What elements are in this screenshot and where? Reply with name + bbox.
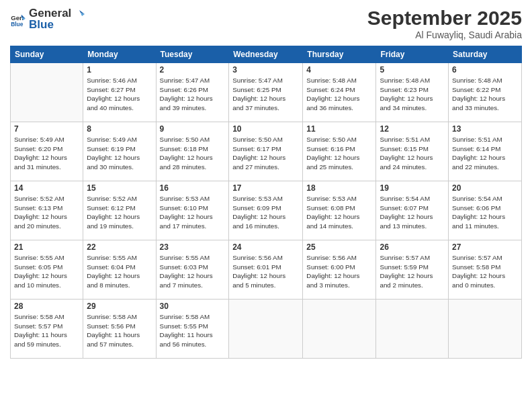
calendar-header-row: Sunday Monday Tuesday Wednesday Thursday… [11,46,522,63]
calendar-week-row-4: 21Sunrise: 5:55 AM Sunset: 6:05 PM Dayli… [11,240,522,300]
calendar-cell: 17Sunrise: 5:53 AM Sunset: 6:09 PM Dayli… [229,181,303,240]
day-number: 17 [232,183,299,193]
day-info: Sunrise: 5:54 AM Sunset: 6:07 PM Dayligh… [380,194,445,231]
day-number: 16 [160,183,226,193]
day-info: Sunrise: 5:48 AM Sunset: 6:23 PM Dayligh… [380,76,445,113]
header-thursday: Thursday [303,46,376,63]
day-number: 29 [87,302,152,311]
day-number: 14 [14,183,79,193]
calendar-cell: 10Sunrise: 5:50 AM Sunset: 6:17 PM Dayli… [229,122,303,181]
calendar-cell: 20Sunrise: 5:54 AM Sunset: 6:06 PM Dayli… [449,181,522,240]
logo-icon: Gen Blue [10,11,26,28]
header-wednesday: Wednesday [229,46,303,63]
page-header: Gen Blue General Blue September 2025 Al … [10,7,522,40]
day-info: Sunrise: 5:58 AM Sunset: 5:57 PM Dayligh… [14,312,79,349]
header-friday: Friday [376,46,449,63]
logo-bird-icon [71,7,85,21]
calendar-table: Sunday Monday Tuesday Wednesday Thursday… [10,46,522,359]
day-number: 3 [232,65,299,75]
day-info: Sunrise: 5:50 AM Sunset: 6:17 PM Dayligh… [232,135,299,172]
day-info: Sunrise: 5:58 AM Sunset: 5:56 PM Dayligh… [87,312,152,349]
calendar-week-row-2: 7Sunrise: 5:49 AM Sunset: 6:20 PM Daylig… [11,122,522,181]
calendar-cell: 12Sunrise: 5:51 AM Sunset: 6:15 PM Dayli… [376,122,449,181]
day-info: Sunrise: 5:55 AM Sunset: 6:03 PM Dayligh… [160,253,226,290]
calendar-cell: 11Sunrise: 5:50 AM Sunset: 6:16 PM Dayli… [303,122,376,181]
day-info: Sunrise: 5:48 AM Sunset: 6:24 PM Dayligh… [306,76,372,113]
day-number: 24 [232,242,299,252]
day-number: 9 [160,124,226,134]
day-info: Sunrise: 5:49 AM Sunset: 6:19 PM Dayligh… [87,135,152,172]
day-info: Sunrise: 5:51 AM Sunset: 6:14 PM Dayligh… [452,135,518,172]
calendar-cell: 28Sunrise: 5:58 AM Sunset: 5:57 PM Dayli… [11,300,83,359]
day-number: 1 [87,65,152,75]
day-info: Sunrise: 5:47 AM Sunset: 6:26 PM Dayligh… [160,76,226,113]
calendar-cell: 14Sunrise: 5:52 AM Sunset: 6:13 PM Dayli… [11,181,83,240]
day-number: 22 [87,242,152,252]
day-number: 19 [380,183,445,193]
calendar-cell: 8Sunrise: 5:49 AM Sunset: 6:19 PM Daylig… [83,122,156,181]
calendar-cell: 21Sunrise: 5:55 AM Sunset: 6:05 PM Dayli… [11,240,83,300]
calendar-cell: 1Sunrise: 5:46 AM Sunset: 6:27 PM Daylig… [83,63,156,122]
header-tuesday: Tuesday [156,46,229,63]
calendar-cell: 18Sunrise: 5:53 AM Sunset: 6:08 PM Dayli… [303,181,376,240]
calendar-week-row-1: 1Sunrise: 5:46 AM Sunset: 6:27 PM Daylig… [11,63,522,122]
calendar-cell: 29Sunrise: 5:58 AM Sunset: 5:56 PM Dayli… [83,300,156,359]
calendar-cell: 22Sunrise: 5:55 AM Sunset: 6:04 PM Dayli… [83,240,156,300]
header-sunday: Sunday [11,46,83,63]
day-info: Sunrise: 5:51 AM Sunset: 6:15 PM Dayligh… [380,135,445,172]
day-number: 28 [14,302,79,311]
day-info: Sunrise: 5:50 AM Sunset: 6:16 PM Dayligh… [306,135,372,172]
day-info: Sunrise: 5:50 AM Sunset: 6:18 PM Dayligh… [160,135,226,172]
logo: Gen Blue General Blue [10,7,85,32]
calendar-cell: 4Sunrise: 5:48 AM Sunset: 6:24 PM Daylig… [303,63,376,122]
calendar-cell: 30Sunrise: 5:58 AM Sunset: 5:55 PM Dayli… [156,300,229,359]
day-info: Sunrise: 5:49 AM Sunset: 6:20 PM Dayligh… [14,135,79,172]
calendar-cell: 23Sunrise: 5:55 AM Sunset: 6:03 PM Dayli… [156,240,229,300]
day-info: Sunrise: 5:48 AM Sunset: 6:22 PM Dayligh… [452,76,518,113]
day-info: Sunrise: 5:52 AM Sunset: 6:12 PM Dayligh… [87,194,152,231]
day-info: Sunrise: 5:53 AM Sunset: 6:10 PM Dayligh… [160,194,226,231]
calendar-cell: 2Sunrise: 5:47 AM Sunset: 6:26 PM Daylig… [156,63,229,122]
header-saturday: Saturday [449,46,522,63]
title-block: September 2025 Al Fuwayliq, Saudi Arabia [367,7,522,40]
day-info: Sunrise: 5:53 AM Sunset: 6:09 PM Dayligh… [232,194,299,231]
day-number: 13 [452,124,518,134]
calendar-cell: 9Sunrise: 5:50 AM Sunset: 6:18 PM Daylig… [156,122,229,181]
day-info: Sunrise: 5:58 AM Sunset: 5:55 PM Dayligh… [160,312,226,349]
day-number: 2 [160,65,226,75]
day-number: 8 [87,124,152,134]
day-info: Sunrise: 5:46 AM Sunset: 6:27 PM Dayligh… [87,76,152,113]
day-number: 4 [306,65,372,75]
day-info: Sunrise: 5:57 AM Sunset: 5:59 PM Dayligh… [380,253,445,290]
calendar-cell: 3Sunrise: 5:47 AM Sunset: 6:25 PM Daylig… [229,63,303,122]
day-number: 11 [306,124,372,134]
day-number: 7 [14,124,79,134]
calendar-cell: 6Sunrise: 5:48 AM Sunset: 6:22 PM Daylig… [449,63,522,122]
day-number: 5 [380,65,445,75]
day-info: Sunrise: 5:55 AM Sunset: 6:04 PM Dayligh… [87,253,152,290]
day-info: Sunrise: 5:56 AM Sunset: 6:01 PM Dayligh… [232,253,299,290]
day-number: 30 [160,302,226,311]
day-info: Sunrise: 5:54 AM Sunset: 6:06 PM Dayligh… [452,194,518,231]
month-title: September 2025 [367,7,522,30]
header-monday: Monday [83,46,156,63]
day-info: Sunrise: 5:56 AM Sunset: 6:00 PM Dayligh… [306,253,372,290]
calendar-cell: 15Sunrise: 5:52 AM Sunset: 6:12 PM Dayli… [83,181,156,240]
calendar-cell [449,300,522,359]
calendar-cell [229,300,303,359]
day-number: 10 [232,124,299,134]
day-number: 21 [14,242,79,252]
day-number: 23 [160,242,226,252]
day-info: Sunrise: 5:55 AM Sunset: 6:05 PM Dayligh… [14,253,79,290]
day-info: Sunrise: 5:57 AM Sunset: 5:58 PM Dayligh… [452,253,518,290]
calendar-cell: 19Sunrise: 5:54 AM Sunset: 6:07 PM Dayli… [376,181,449,240]
calendar-cell: 5Sunrise: 5:48 AM Sunset: 6:23 PM Daylig… [376,63,449,122]
day-info: Sunrise: 5:52 AM Sunset: 6:13 PM Dayligh… [14,194,79,231]
day-number: 6 [452,65,518,75]
calendar-cell [376,300,449,359]
calendar-cell: 24Sunrise: 5:56 AM Sunset: 6:01 PM Dayli… [229,240,303,300]
calendar-cell [11,63,83,122]
day-number: 26 [380,242,445,252]
calendar-week-row-5: 28Sunrise: 5:58 AM Sunset: 5:57 PM Dayli… [11,300,522,359]
calendar-cell: 13Sunrise: 5:51 AM Sunset: 6:14 PM Dayli… [449,122,522,181]
